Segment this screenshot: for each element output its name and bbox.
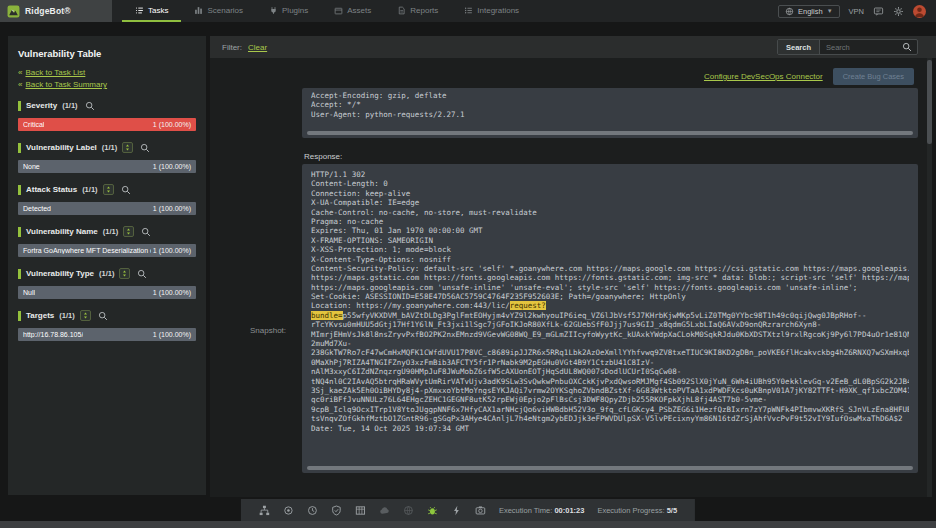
configure-devsecops-link[interactable]: Configure DevSecOps Connector [704,72,823,81]
filter-count: (1/1) [102,143,117,152]
clear-filter-link[interactable]: Clear [248,43,267,52]
sort-icon [124,143,131,152]
execution-time-value: 00:01:23 [554,506,584,515]
filter-stat: 1 (100.00%) [153,163,191,170]
tab-label: Reports [410,6,438,15]
topology-icon[interactable] [259,505,270,516]
vpn-link[interactable]: VPN [849,7,864,16]
tab-reports[interactable]: Reports [384,0,451,22]
filter-row: Filter: Clear Search [210,36,936,58]
search-icon[interactable] [98,311,108,321]
panel-vertical-scrollbar-track[interactable] [927,58,932,497]
search-scope-label[interactable]: Search [778,40,820,54]
language-label: English [798,7,823,16]
filter-count: (1/1) [62,101,77,110]
response-block-content: HTTP/1.1 302Content-Length: 0Connection:… [311,170,909,433]
sidebar-title: Vulnerability Table [18,48,196,59]
brand[interactable]: RidgeBot® [0,0,112,22]
sort-toggle[interactable] [122,142,133,153]
sort-icon [105,185,112,194]
filter-header: Attack Status(1/1) [18,183,196,196]
shield-icon[interactable] [331,505,342,516]
search-icon[interactable] [137,269,147,279]
response-block[interactable]: HTTP/1.1 302Content-Length: 0Connection:… [302,164,918,473]
search-icon[interactable] [140,143,150,153]
filter-value: None [23,163,40,170]
camera-icon[interactable] [475,505,486,516]
search-icon[interactable] [85,101,95,111]
sort-toggle[interactable] [123,226,134,237]
bottom-strip [0,521,936,528]
sort-icon [121,269,128,278]
assets-icon [334,6,343,15]
create-bug-cases-button[interactable]: Create Bug Cases [833,68,914,85]
chat-icon[interactable] [873,6,884,17]
tab-label: Assets [347,6,371,15]
accent-bar [18,227,21,237]
panel-vertical-scrollbar-thumb[interactable] [927,60,932,144]
avatar[interactable] [913,5,926,18]
filter-section: Attack Status(1/1)Detected1 (100.00%) [18,183,196,215]
response-horizontal-scrollbar[interactable] [307,466,913,470]
filter-label: Filter: [222,43,242,52]
navbar-right: English ▼ VPN [778,0,936,22]
gear-icon[interactable] [893,6,904,17]
language-selector[interactable]: English ▼ [778,5,840,18]
filter-name: Severity [26,101,57,110]
clock-icon[interactable] [307,505,318,516]
tab-plugins[interactable]: Plugins [256,0,321,22]
search-icon[interactable] [902,42,912,52]
response-label: Response: [304,152,342,161]
execution-time-label: Execution Time: [499,506,552,515]
globe-icon[interactable] [403,505,414,516]
filter-value-bar[interactable]: Fortra GoAnywhere MFT Deserialization of… [18,244,196,257]
search-input[interactable] [820,40,902,54]
request-block[interactable]: Accept-Encoding: gzip, deflateAccept: */… [302,88,918,138]
back-to-task-summary-link[interactable]: « Back to Task Summary [18,80,196,89]
filter-count: (1/1) [99,269,114,278]
execution-progress-label: Execution Progress: [597,506,664,515]
filter-header: Vulnerability Type(1/1) [18,267,196,280]
request-horizontal-scrollbar[interactable] [307,131,913,135]
filter-stat: 1 (100.00%) [153,331,191,338]
tab-tasks[interactable]: Tasks [122,0,181,22]
target-icon[interactable] [283,505,294,516]
footer-icons [259,505,486,516]
sort-toggle[interactable] [119,268,130,279]
filter-value-bar[interactable]: Null1 (100.00%) [18,286,196,299]
search-icon[interactable] [141,227,151,237]
filter-value-bar[interactable]: Detected1 (100.00%) [18,202,196,215]
search-icon[interactable] [121,185,131,195]
tab-assets[interactable]: Assets [321,0,384,22]
chevrons-left-icon: « [18,80,22,89]
globe-icon [785,7,794,16]
brand-name: RidgeBot® [25,6,71,16]
table-icon[interactable] [355,505,366,516]
filter-section: Targets(1/1)http://16.78.86.105/1 (100.0… [18,309,196,341]
filter-value-bar[interactable]: http://16.78.86.105/1 (100.00%) [18,328,196,341]
tab-label: Plugins [282,6,308,15]
filter-list: Severity(1/1)Critical1 (100.00%)Vulnerab… [18,99,196,341]
filter-value: Fortra GoAnywhere MFT Deserialization of… [23,247,151,254]
sort-icon [125,227,132,236]
execution-status-bar: Execution Time: 00:01:23 Execution Progr… [241,499,695,521]
filter-value-bar[interactable]: Critical1 (100.00%) [18,118,196,131]
accent-bar [18,185,21,195]
filter-section: Vulnerability Label(1/1)None1 (100.00%) [18,141,196,173]
sort-toggle[interactable] [80,310,91,321]
back-to-task-list-link[interactable]: « Back to Task List [18,68,196,77]
accent-bar [18,101,21,111]
sort-toggle[interactable] [103,184,114,195]
filter-name: Attack Status [26,185,77,194]
filter-value: Detected [23,205,51,212]
tab-integrations[interactable]: Integrations [451,0,532,22]
cloud-icon[interactable] [379,505,390,516]
snapshot-label: Snapshot: [250,326,286,335]
filter-value-bar[interactable]: None1 (100.00%) [18,160,196,173]
tab-scenarios[interactable]: Scenarios [181,0,256,22]
filter-value: Null [23,289,35,296]
filter-stat: 1 (100.00%) [153,205,191,212]
bug-icon[interactable] [427,505,438,516]
lightning-icon[interactable] [451,505,462,516]
highlighted-text: bundle= [311,311,343,320]
